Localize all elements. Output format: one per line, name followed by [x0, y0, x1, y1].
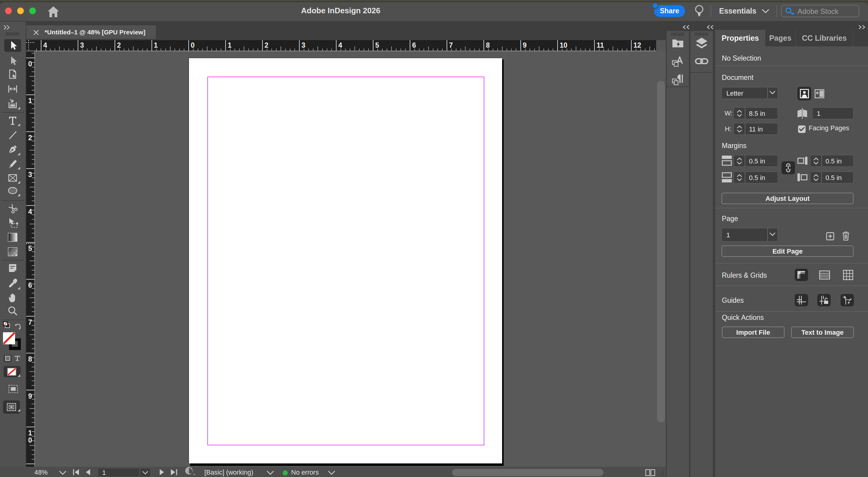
svg-text:6: 6 [28, 281, 32, 289]
svg-text:3: 3 [301, 41, 305, 49]
svg-text:9: 9 [28, 392, 32, 400]
svg-text:2: 2 [28, 134, 32, 142]
svg-text:8: 8 [486, 41, 490, 49]
svg-text:4: 4 [338, 41, 342, 49]
svg-text:1: 1 [28, 429, 32, 437]
svg-text:5: 5 [375, 41, 379, 49]
svg-text:3: 3 [28, 171, 32, 179]
svg-text:2: 2 [265, 41, 269, 49]
svg-text:5: 5 [28, 244, 32, 252]
svg-text:7: 7 [28, 319, 32, 326]
svg-text:1: 1 [154, 41, 158, 49]
svg-text:12: 12 [633, 41, 641, 49]
svg-text:6: 6 [412, 41, 416, 49]
svg-text:9: 9 [523, 41, 527, 49]
svg-text:7: 7 [449, 41, 453, 49]
svg-text:4: 4 [43, 41, 47, 49]
svg-text:2: 2 [117, 41, 121, 49]
svg-text:1: 1 [28, 97, 32, 105]
svg-text:1: 1 [227, 41, 231, 49]
svg-text:11: 11 [596, 41, 604, 49]
svg-text:4: 4 [28, 208, 32, 216]
svg-text:0: 0 [28, 60, 32, 68]
svg-text:3: 3 [80, 41, 84, 49]
svg-text:0: 0 [191, 41, 195, 49]
svg-text:8: 8 [28, 355, 32, 363]
svg-text:10: 10 [560, 41, 567, 49]
svg-text:0: 0 [28, 436, 32, 444]
